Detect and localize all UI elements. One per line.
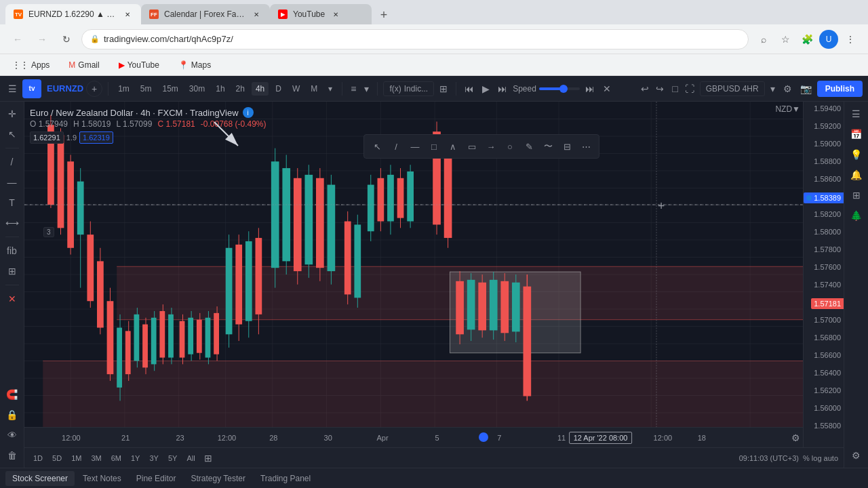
timeframe-2h[interactable]: 2h	[232, 82, 249, 96]
calendar-right-icon[interactable]: 📅	[847, 125, 866, 144]
trend-line-tool[interactable]: /	[3, 152, 22, 171]
trash-tool[interactable]: 🗑	[3, 446, 22, 465]
chart-area[interactable]: Euro / New Zealand Dollar · 4h · FXCM · …	[24, 102, 844, 468]
hamburger-menu[interactable]: ☰	[5, 81, 20, 97]
compare-icon[interactable]: ⊞	[204, 453, 212, 464]
settings-right-icon[interactable]: ⚙	[847, 446, 866, 465]
period-all[interactable]: All	[183, 453, 198, 464]
bar-type-icon[interactable]: ≡	[348, 81, 359, 97]
refresh-button[interactable]: ↻	[57, 30, 76, 49]
bookmark-maps[interactable]: 📍 Maps	[174, 59, 215, 71]
alerts-icon[interactable]: 🔔	[847, 165, 866, 184]
period-5y[interactable]: 5Y	[165, 453, 180, 464]
undo-button[interactable]: ↩	[638, 81, 652, 97]
chart-settings-icon[interactable]: ⚙	[781, 81, 795, 97]
draw-line-tool[interactable]: /	[387, 138, 405, 155]
price-input-high[interactable]: 1.62319	[79, 131, 113, 144]
address-bar[interactable]: 🔒 tradingview.com/chart/qhAc9p7z/	[81, 29, 749, 49]
indicators-button[interactable]: f(x) Indic...	[383, 81, 434, 96]
timeframe-15m[interactable]: 15m	[159, 82, 182, 96]
screenshot-icon[interactable]: 📷	[797, 81, 814, 97]
tab-close-tradingview[interactable]: ✕	[122, 9, 133, 20]
panel-tab-pine-editor[interactable]: Pine Editor	[130, 471, 183, 486]
forward-button[interactable]: →	[33, 30, 52, 49]
play-forward-button[interactable]: ⏭	[495, 81, 510, 97]
draw-fib-tool[interactable]: ⊟	[558, 138, 576, 155]
panel-tab-text-notes[interactable]: Text Notes	[76, 471, 128, 486]
period-3y[interactable]: 3Y	[146, 453, 161, 464]
time-axis-settings[interactable]: ⚙	[791, 432, 800, 443]
text-tool[interactable]: T	[3, 193, 22, 212]
hide-drawings-tool[interactable]: 👁	[3, 426, 22, 445]
close-icon[interactable]: ✕	[3, 289, 22, 308]
draw-poly-tool[interactable]: ∧	[444, 138, 462, 155]
new-tab-button[interactable]: +	[374, 5, 393, 24]
add-symbol-button[interactable]: +	[86, 81, 102, 97]
redo-button[interactable]: ↪	[653, 81, 667, 97]
gann-tool[interactable]: ⊞	[3, 262, 22, 281]
timeframe-M[interactable]: M	[307, 82, 321, 96]
play-button[interactable]: ▶	[479, 81, 492, 97]
search-button[interactable]: ⌕	[754, 30, 773, 49]
measurement-tool[interactable]: ⟷	[3, 214, 22, 232]
timeframe-D[interactable]: D	[271, 82, 285, 96]
draw-wave-tool[interactable]: 〜	[539, 138, 557, 155]
pair-selector[interactable]: GBPUSD 4HR	[700, 81, 765, 96]
publish-button[interactable]: Publish	[817, 81, 863, 97]
timeframe-W[interactable]: W	[288, 82, 304, 96]
timeframe-30m[interactable]: 30m	[185, 82, 209, 96]
crosshair-tool[interactable]: ✛	[3, 104, 22, 123]
tv-logo[interactable]: tv	[22, 79, 41, 98]
menu-button[interactable]: ⋮	[841, 30, 860, 49]
magnet-tool[interactable]: 🧲	[3, 385, 22, 404]
panel-tab-strategy-tester[interactable]: Strategy Tester	[184, 471, 252, 486]
period-1d[interactable]: 1D	[30, 453, 46, 464]
lock-drawing-tool[interactable]: 🔒	[3, 405, 22, 424]
tab-close-forexfactory[interactable]: ✕	[251, 9, 262, 20]
draw-rect-tool[interactable]: □	[425, 138, 443, 155]
draw-rect2-tool[interactable]: ▭	[463, 138, 481, 155]
back-button[interactable]: ←	[8, 30, 27, 49]
skip-to-end-button[interactable]: ⏭	[583, 81, 597, 97]
ideas-icon[interactable]: 💡	[847, 145, 866, 164]
extensions-button[interactable]: 🧩	[797, 30, 816, 49]
data-window-icon[interactable]: ⊞	[847, 186, 866, 205]
draw-hline-tool[interactable]: —	[406, 138, 424, 155]
tab-tradingview[interactable]: TV EURNZD 1.62290 ▲ +0.04% GB... ✕	[5, 4, 141, 24]
draw-pencil-tool[interactable]: ✎	[520, 138, 538, 155]
period-1m[interactable]: 1M	[68, 453, 85, 464]
panel-tab-stock-screener[interactable]: Stock Screener	[5, 471, 75, 486]
period-1y[interactable]: 1Y	[127, 453, 143, 464]
period-6m[interactable]: 6M	[108, 453, 125, 464]
watchlist-icon[interactable]: ☰	[847, 104, 866, 123]
profile-button[interactable]: U	[819, 30, 838, 49]
bookmark-button[interactable]: ☆	[776, 30, 795, 49]
templates-icon[interactable]: ⊞	[437, 81, 450, 97]
timeframe-dropdown[interactable]: ▾	[324, 82, 336, 96]
fibonacci-tool[interactable]: fib	[3, 241, 22, 260]
draw-circle-tool[interactable]: ○	[501, 138, 519, 155]
tab-youtube[interactable]: ▶ YouTube ✕	[270, 4, 372, 24]
draw-select-tool[interactable]: ↖	[368, 138, 386, 155]
bookmark-gmail[interactable]: M Gmail	[64, 59, 103, 71]
bookmark-apps[interactable]: ⋮⋮ Apps	[8, 59, 54, 71]
timeframe-4h[interactable]: 4h	[252, 82, 269, 96]
cursor-tool[interactable]: ↖	[3, 125, 22, 144]
bar-type-dropdown[interactable]: ▾	[361, 81, 372, 97]
draw-more-tool[interactable]: ⋯	[577, 138, 595, 155]
fullscreen-icon[interactable]: ⛶	[682, 81, 697, 97]
panel-tab-trading-panel[interactable]: Trading Panel	[254, 471, 317, 486]
tab-forexfactory[interactable]: FF Calendar | Forex Factory ✕	[141, 4, 270, 24]
layout-icon[interactable]: □	[669, 81, 680, 97]
symbol-selector[interactable]: EURNZD	[47, 83, 83, 94]
timeframe-5m[interactable]: 5m	[136, 82, 156, 96]
object-tree-icon[interactable]: 🌲	[847, 206, 866, 225]
period-3m[interactable]: 3M	[87, 453, 104, 464]
play-back-button[interactable]: ⏮	[462, 81, 477, 97]
horizontal-line-tool[interactable]: —	[3, 173, 22, 192]
draw-arrow-right-tool[interactable]: →	[482, 138, 500, 155]
bookmark-youtube[interactable]: ▶ YouTube	[115, 59, 163, 71]
pair-dropdown[interactable]: ▾	[768, 81, 778, 97]
price-input-low[interactable]: 1.62291	[30, 131, 64, 144]
speed-slider[interactable]	[539, 87, 580, 90]
